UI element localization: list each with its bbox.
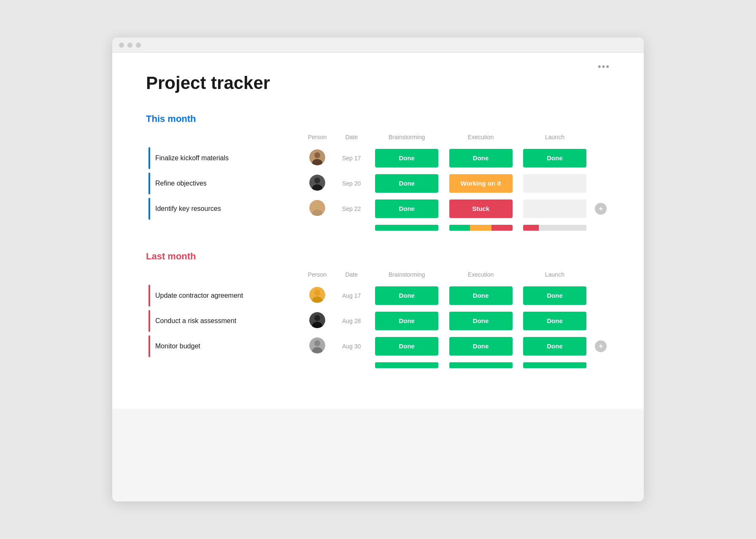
th-launch-this: Launch <box>518 131 591 146</box>
summary-bar-launch-last <box>523 362 586 368</box>
sum-segment <box>470 225 491 231</box>
summary-bar-launch <box>523 225 586 231</box>
summary-row <box>146 359 610 368</box>
this-month-table: Person Date Brainstorming Execution Laun… <box>146 131 610 231</box>
summary-task <box>146 221 301 231</box>
summary-add <box>592 221 610 231</box>
person-cell <box>301 146 333 171</box>
execution-status[interactable]: Done <box>444 283 518 308</box>
date-cell: Aug 28 <box>333 308 370 334</box>
table-row: Conduct a risk assessment <box>146 308 610 334</box>
summary-launch <box>518 221 591 231</box>
th-date-this: Date <box>333 131 370 146</box>
task-name: Finalize kickoff materials <box>155 154 229 162</box>
th-person-this: Person <box>301 131 333 146</box>
brainstorming-status[interactable]: Done <box>370 146 444 171</box>
task-cell: Identify key resources <box>146 196 301 221</box>
launch-status[interactable]: Done <box>518 283 591 308</box>
table-row: Refine objectives <box>146 171 610 196</box>
add-col <box>592 283 610 308</box>
th-launch-last: Launch <box>518 269 591 283</box>
dot-green <box>136 43 141 48</box>
person-cell <box>301 171 333 196</box>
brainstorming-status[interactable]: Done <box>370 334 444 359</box>
avatar <box>309 200 325 216</box>
launch-status[interactable] <box>518 171 591 196</box>
last-month-table: Person Date Brainstorming Execution Laun… <box>146 269 610 368</box>
th-date-last: Date <box>333 269 370 283</box>
launch-status[interactable] <box>518 196 591 221</box>
avatar <box>309 175 325 191</box>
summary-add <box>592 359 610 368</box>
add-col <box>592 146 610 171</box>
launch-status[interactable]: Done <box>518 146 591 171</box>
execution-status[interactable]: Working on it <box>444 171 518 196</box>
task-indicator <box>148 335 150 357</box>
dot-red <box>119 43 124 48</box>
svg-point-13 <box>314 315 320 321</box>
titlebar <box>112 38 644 53</box>
th-person-last: Person <box>301 269 333 283</box>
date-cell: Aug 17 <box>333 283 370 308</box>
last-month-title: Last month <box>146 251 610 262</box>
summary-person <box>301 359 333 368</box>
add-col <box>592 308 610 334</box>
sum-segment <box>375 225 438 231</box>
th-add-this <box>592 131 610 146</box>
avatar <box>309 337 325 353</box>
execution-status[interactable]: Done <box>444 146 518 171</box>
launch-status[interactable]: Done <box>518 334 591 359</box>
person-cell <box>301 308 333 334</box>
brainstorming-status[interactable]: Done <box>370 308 444 334</box>
add-column-button-last[interactable]: + <box>595 340 607 352</box>
sum-segment <box>539 225 586 231</box>
app-window: Project tracker ••• This month Person Da… <box>112 38 644 501</box>
brainstorming-status[interactable]: Done <box>370 171 444 196</box>
task-name: Monitor budget <box>155 342 200 350</box>
th-execution-last: Execution <box>444 269 518 283</box>
summary-row <box>146 221 610 231</box>
task-name: Refine objectives <box>155 180 207 187</box>
brainstorming-status[interactable]: Done <box>370 283 444 308</box>
sum-segment <box>375 362 438 368</box>
th-brainstorming-last: Brainstorming <box>370 269 444 283</box>
brainstorming-status[interactable]: Done <box>370 196 444 221</box>
svg-point-4 <box>314 178 320 183</box>
avatar <box>309 287 325 303</box>
sum-segment <box>523 225 539 231</box>
date-cell: Sep 22 <box>333 196 370 221</box>
execution-status[interactable]: Stuck <box>444 196 518 221</box>
th-brainstorming-this: Brainstorming <box>370 131 444 146</box>
last-month-section: Last month Person Date Brainstorming Exe… <box>146 251 610 368</box>
summary-bar-brainstorming <box>375 225 438 231</box>
task-cell: Monitor budget <box>146 334 301 359</box>
main-content: Project tracker ••• This month Person Da… <box>112 53 644 409</box>
person-cell <box>301 196 333 221</box>
date-cell: Aug 30 <box>333 334 370 359</box>
table-row: Update contractor agreement <box>146 283 610 308</box>
th-execution-this: Execution <box>444 131 518 146</box>
summary-date <box>333 221 370 231</box>
summary-execution <box>444 359 518 368</box>
task-cell: Update contractor agreement <box>146 283 301 308</box>
task-cell: Conduct a risk assessment <box>146 308 301 334</box>
add-col <box>592 171 610 196</box>
page-title: Project tracker <box>146 73 610 93</box>
summary-bar-brainstorming-last <box>375 362 438 368</box>
avatar <box>309 312 325 328</box>
th-task-last <box>146 269 301 283</box>
task-cell: Finalize kickoff materials <box>146 146 301 171</box>
task-cell: Refine objectives <box>146 171 301 196</box>
svg-point-16 <box>314 340 320 346</box>
sum-segment <box>523 362 586 368</box>
execution-status[interactable]: Done <box>444 334 518 359</box>
more-options-button[interactable]: ••• <box>598 61 610 72</box>
add-column-button[interactable]: + <box>595 203 607 215</box>
launch-status[interactable]: Done <box>518 308 591 334</box>
execution-status[interactable]: Done <box>444 308 518 334</box>
task-indicator <box>148 172 150 194</box>
svg-point-7 <box>314 203 320 209</box>
add-col: + <box>592 334 610 359</box>
task-indicator <box>148 310 150 332</box>
summary-person <box>301 221 333 231</box>
